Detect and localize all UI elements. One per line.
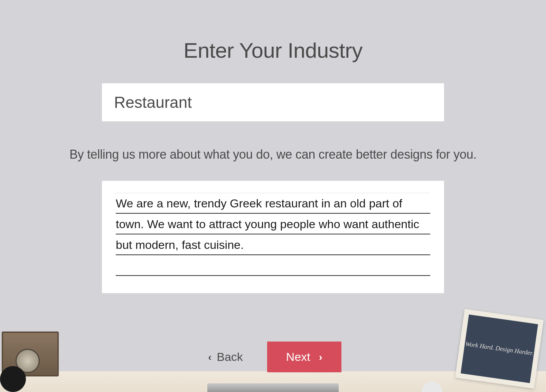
back-button[interactable]: ‹ Back (205, 343, 246, 371)
mouse-decor (422, 382, 442, 392)
next-button-label: Next (286, 350, 310, 364)
button-row: ‹ Back Next › (205, 342, 341, 372)
chevron-left-icon: ‹ (208, 351, 211, 363)
page-title: Enter Your Industry (183, 38, 363, 63)
description-box (102, 181, 444, 293)
laptop-decor (207, 383, 339, 392)
chevron-right-icon: › (319, 351, 322, 363)
desk-surface (0, 371, 546, 392)
next-button[interactable]: Next › (267, 342, 341, 372)
form-container: Enter Your Industry By telling us more a… (0, 0, 546, 372)
industry-input[interactable] (102, 83, 444, 121)
description-textarea[interactable] (116, 193, 430, 281)
subtitle-text: By telling us more about what you do, we… (69, 147, 477, 162)
back-button-label: Back (217, 350, 243, 364)
